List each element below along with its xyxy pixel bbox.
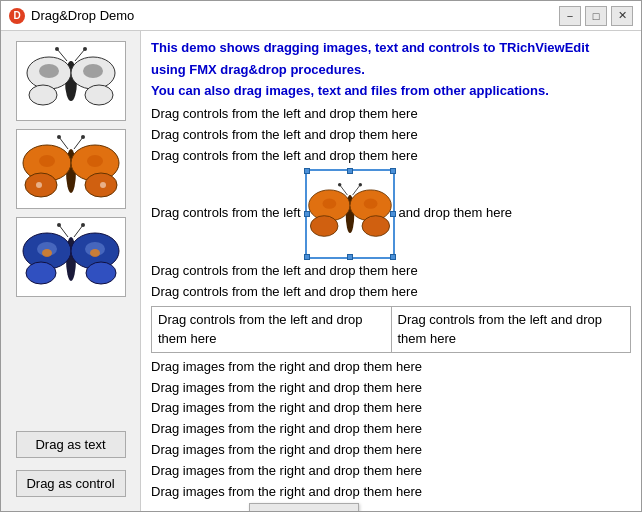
image-line-2: Drag images from the right and drop them… [151, 378, 631, 399]
handle-tl[interactable] [304, 168, 310, 174]
image-row: Drag controls from the left [151, 169, 631, 259]
content-line-5: Drag controls from the left and drop the… [151, 261, 631, 282]
svg-point-10 [83, 47, 87, 51]
content-area[interactable]: This demo shows dragging images, text an… [141, 31, 641, 511]
app-icon: D [9, 8, 25, 24]
svg-point-22 [57, 135, 61, 139]
svg-point-2 [29, 85, 57, 105]
svg-point-4 [85, 85, 113, 105]
image-line-7: Drag images from the right and drop them… [151, 482, 631, 503]
svg-point-43 [363, 198, 377, 208]
floating-btn-row: Drag images fro Drag as control m the ri… [151, 502, 631, 511]
drag-as-text-button[interactable]: Drag as text [16, 431, 126, 458]
window-controls: − □ ✕ [559, 6, 633, 26]
image-line-5: Drag images from the right and drop them… [151, 440, 631, 461]
maximize-button[interactable]: □ [585, 6, 607, 26]
image-line-8-left: Drag images fro [151, 509, 243, 511]
svg-point-16 [39, 155, 55, 167]
svg-point-35 [57, 223, 61, 227]
image-line-6: Drag images from the right and drop them… [151, 461, 631, 482]
svg-point-9 [55, 47, 59, 51]
inline-butterfly-image[interactable] [305, 169, 395, 259]
svg-line-33 [59, 225, 68, 237]
svg-point-42 [322, 198, 336, 208]
content-table: Drag controls from the left and drop the… [151, 306, 631, 352]
handle-mr[interactable] [390, 211, 396, 217]
image-line-1: Drag images from the right and drop them… [151, 357, 631, 378]
handle-bm[interactable] [347, 254, 353, 260]
svg-point-39 [310, 215, 338, 236]
butterfly-image-2[interactable] [16, 129, 126, 209]
minimize-button[interactable]: − [559, 6, 581, 26]
main-content: Drag as text Drag as control This demo s… [1, 31, 641, 511]
svg-line-20 [59, 137, 68, 149]
svg-point-26 [26, 262, 56, 284]
svg-point-36 [81, 223, 85, 227]
handle-br[interactable] [390, 254, 396, 260]
title-bar: D Drag&Drop Demo − □ ✕ [1, 1, 641, 31]
window-title: Drag&Drop Demo [31, 8, 559, 23]
image-line-3: Drag images from the right and drop them… [151, 398, 631, 419]
intro-line-2: using FMX drag&drop procedures. [151, 61, 631, 79]
handle-tr[interactable] [390, 168, 396, 174]
svg-point-32 [90, 249, 100, 257]
svg-point-41 [362, 215, 390, 236]
content-line-6: Drag controls from the left and drop the… [151, 282, 631, 303]
table-cell-1: Drag controls from the left and drop the… [152, 307, 392, 351]
svg-point-23 [81, 135, 85, 139]
main-window: D Drag&Drop Demo − □ ✕ [0, 0, 642, 512]
image-line-8-right: m the right and drop them here [365, 509, 544, 511]
handle-tm[interactable] [347, 168, 353, 174]
image-row-left-text: Drag controls from the left [151, 203, 301, 224]
intro-line-3: You can also drag images, text and files… [151, 83, 631, 98]
handle-bl[interactable] [304, 254, 310, 260]
svg-point-17 [87, 155, 103, 167]
svg-point-31 [42, 249, 52, 257]
left-panel: Drag as text Drag as control [1, 31, 141, 511]
floating-drag-control-button[interactable]: Drag as control [249, 503, 359, 511]
content-line-2: Drag controls from the left and drop the… [151, 125, 631, 146]
content-line-3: Drag controls from the left and drop the… [151, 146, 631, 167]
intro-line-1: This demo shows dragging images, text an… [151, 39, 631, 57]
svg-line-21 [74, 137, 83, 149]
svg-point-28 [86, 262, 116, 284]
svg-point-47 [358, 183, 361, 186]
svg-point-6 [83, 64, 103, 78]
butterfly-image-3[interactable] [16, 217, 126, 297]
svg-point-19 [100, 182, 106, 188]
handle-ml[interactable] [304, 211, 310, 217]
image-line-4: Drag images from the right and drop them… [151, 419, 631, 440]
butterfly-image-1[interactable] [16, 41, 126, 121]
image-row-right-text: and drop them here [399, 203, 512, 224]
svg-point-5 [39, 64, 59, 78]
close-button[interactable]: ✕ [611, 6, 633, 26]
svg-line-34 [74, 225, 83, 237]
svg-point-46 [338, 183, 341, 186]
table-cell-2: Drag controls from the left and drop the… [392, 307, 631, 351]
svg-point-18 [36, 182, 42, 188]
drag-as-control-button[interactable]: Drag as control [16, 470, 126, 497]
right-panel: This demo shows dragging images, text an… [141, 31, 641, 511]
content-line-1: Drag controls from the left and drop the… [151, 104, 631, 125]
